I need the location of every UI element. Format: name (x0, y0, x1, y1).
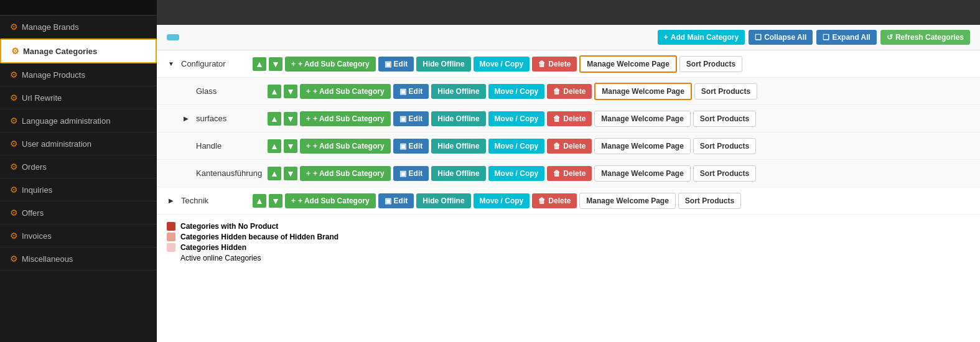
add-sub-button-configurator[interactable]: + + Add Sub Category (285, 57, 376, 72)
legend-dot-hidden (167, 243, 175, 252)
add-main-category-button[interactable]: + Add Main Category (658, 30, 745, 45)
move-up-button-kanten[interactable]: ▲ (268, 167, 281, 180)
add-sub-button-glass[interactable]: + + Add Sub Category (300, 84, 391, 99)
manage-welcome-button-configurator[interactable]: Manage Welcome Page (579, 55, 677, 73)
hide-offline-button-surfaces[interactable]: Hide Offline (431, 111, 485, 126)
sidebar-item-offers[interactable]: ⚙Offers (0, 201, 157, 224)
manage-welcome-button-surfaces[interactable]: Manage Welcome Page (594, 111, 691, 127)
legend-label-no-product: Categories with No Product (180, 222, 278, 231)
sidebar-label-user-admin: User administration (22, 139, 91, 149)
expand-icon-configurator[interactable]: ▼ (167, 60, 175, 68)
sidebar-item-invoices[interactable]: ⚙Invoices (0, 224, 157, 247)
legend-dot-hidden-brand (167, 233, 175, 241)
trash-icon: 🗑 (553, 114, 561, 123)
move-copy-button-technik[interactable]: Move / Copy (474, 193, 530, 208)
sidebar-item-manage-products[interactable]: ⚙Manage Products (0, 63, 157, 86)
delete-button-technik[interactable]: 🗑 Delete (532, 193, 577, 208)
move-down-button-kanten[interactable]: ▼ (284, 167, 297, 180)
edit-icon: ▣ (399, 142, 406, 150)
legend-dot-no-product (167, 222, 175, 231)
hide-offline-button-technik[interactable]: Hide Offline (416, 193, 470, 208)
plus-icon: + (306, 142, 310, 150)
sidebar-item-orders[interactable]: ⚙Orders (0, 155, 157, 178)
refresh-categories-button[interactable]: ↺ Refresh Categories (880, 30, 970, 45)
category-row-handle: Handle ▲ ▼ + + Add Sub Category ▣ Edit H… (157, 132, 980, 160)
sidebar-icon-manage-brands: ⚙ (10, 22, 18, 32)
sidebar-item-miscellaneous[interactable]: ⚙Miscellaneous (0, 247, 157, 270)
sidebar-item-url-rewrite[interactable]: ⚙Url Rewrite (0, 86, 157, 109)
manage-welcome-button-handle[interactable]: Manage Welcome Page (594, 138, 691, 154)
delete-button-handle[interactable]: 🗑 Delete (547, 139, 592, 154)
hide-offline-button-kanten[interactable]: Hide Offline (431, 166, 485, 181)
collapse-all-button[interactable]: ❑ Collapse All (749, 30, 813, 45)
category-name-glass: Glass (196, 86, 264, 96)
manage-welcome-button-kanten[interactable]: Manage Welcome Page (594, 165, 691, 182)
add-sub-button-surfaces[interactable]: + + Add Sub Category (300, 111, 391, 126)
plus-icon: + (664, 33, 668, 42)
expand-all-button[interactable]: ❑ Expand All (816, 30, 877, 45)
move-up-button-configurator[interactable]: ▲ (253, 57, 266, 71)
hide-offline-button-handle[interactable]: Hide Offline (431, 139, 485, 154)
edit-button-surfaces[interactable]: ▣ Edit (393, 111, 429, 126)
move-down-button-surfaces[interactable]: ▼ (284, 112, 297, 126)
sidebar-item-inquiries[interactable]: ⚙Inquiries (0, 178, 157, 201)
category-name-configurator: Configurator (181, 59, 250, 68)
hide-offline-button-glass[interactable]: Hide Offline (431, 84, 485, 99)
category-row-kanten: Kantenausführung ▲ ▼ + + Add Sub Categor… (157, 160, 980, 187)
help-button[interactable] (167, 34, 179, 40)
move-up-button-glass[interactable]: ▲ (268, 85, 281, 98)
edit-button-handle[interactable]: ▣ Edit (393, 139, 429, 154)
delete-button-configurator[interactable]: 🗑 Delete (532, 57, 577, 72)
edit-button-glass[interactable]: ▣ Edit (393, 84, 429, 99)
sidebar-item-manage-brands[interactable]: ⚙Manage Brands (0, 16, 157, 39)
move-copy-button-configurator[interactable]: Move / Copy (474, 57, 530, 72)
sort-products-button-technik[interactable]: Sort Products (678, 193, 741, 209)
plus-icon: + (306, 169, 310, 178)
sidebar-label-manage-brands: Manage Brands (22, 22, 79, 32)
sidebar-label-manage-products: Manage Products (22, 70, 85, 80)
legend-item-hidden: Categories Hidden (167, 243, 970, 252)
sidebar-icon-offers: ⚙ (10, 208, 18, 218)
move-down-button-configurator[interactable]: ▼ (269, 57, 282, 71)
expand-icon-technik[interactable]: ▶ (167, 196, 175, 205)
edit-button-kanten[interactable]: ▣ Edit (393, 166, 429, 181)
sidebar-item-language-admin[interactable]: ⚙Language administration (0, 109, 157, 132)
move-copy-button-surfaces[interactable]: Move / Copy (488, 111, 545, 126)
delete-button-glass[interactable]: 🗑 Delete (547, 84, 592, 99)
hide-offline-button-configurator[interactable]: Hide Offline (416, 57, 470, 72)
manage-welcome-button-glass[interactable]: Manage Welcome Page (594, 83, 692, 100)
sort-products-button-configurator[interactable]: Sort Products (679, 56, 742, 72)
add-sub-button-handle[interactable]: + + Add Sub Category (300, 139, 391, 154)
sort-products-button-surfaces[interactable]: Sort Products (693, 111, 756, 127)
move-down-button-handle[interactable]: ▼ (284, 139, 297, 153)
edit-button-configurator[interactable]: ▣ Edit (378, 57, 414, 72)
legend-item-active: Active online Categories (167, 254, 970, 262)
edit-button-technik[interactable]: ▣ Edit (378, 193, 414, 208)
btn-actions-configurator: ▲ ▼ + + Add Sub Category ▣ Edit Hide Off… (253, 55, 742, 73)
move-copy-button-handle[interactable]: Move / Copy (488, 139, 545, 154)
main-content: + Add Main Category ❑ Collapse All ❑ Exp… (157, 0, 980, 342)
move-down-button-technik[interactable]: ▼ (269, 194, 282, 208)
sidebar-icon-manage-categories: ⚙ (11, 46, 19, 56)
delete-button-surfaces[interactable]: 🗑 Delete (547, 111, 592, 126)
sort-products-button-kanten[interactable]: Sort Products (693, 165, 756, 182)
move-up-button-surfaces[interactable]: ▲ (268, 112, 281, 126)
move-up-button-technik[interactable]: ▲ (253, 194, 266, 208)
sort-products-button-handle[interactable]: Sort Products (693, 138, 756, 154)
sidebar-item-manage-categories[interactable]: ⚙Manage Categories (0, 39, 157, 63)
move-copy-button-glass[interactable]: Move / Copy (488, 84, 545, 99)
move-copy-button-kanten[interactable]: Move / Copy (488, 166, 545, 181)
sidebar-item-user-admin[interactable]: ⚙User administration (0, 132, 157, 155)
move-down-button-glass[interactable]: ▼ (284, 85, 297, 98)
sort-products-button-glass[interactable]: Sort Products (694, 83, 757, 99)
trash-icon: 🗑 (553, 142, 561, 150)
move-up-button-handle[interactable]: ▲ (268, 139, 281, 153)
add-sub-button-technik[interactable]: + + Add Sub Category (285, 193, 376, 208)
expand-icon-surfaces[interactable]: ▶ (182, 114, 190, 123)
category-name-surfaces: surfaces (196, 114, 264, 123)
delete-button-kanten[interactable]: 🗑 Delete (547, 166, 592, 181)
add-sub-button-kanten[interactable]: + + Add Sub Category (300, 166, 391, 181)
sidebar-nav: ⚙Manage Brands⚙Manage Categories⚙Manage … (0, 16, 157, 270)
plus-icon: + (306, 87, 310, 96)
manage-welcome-button-technik[interactable]: Manage Welcome Page (579, 193, 676, 209)
